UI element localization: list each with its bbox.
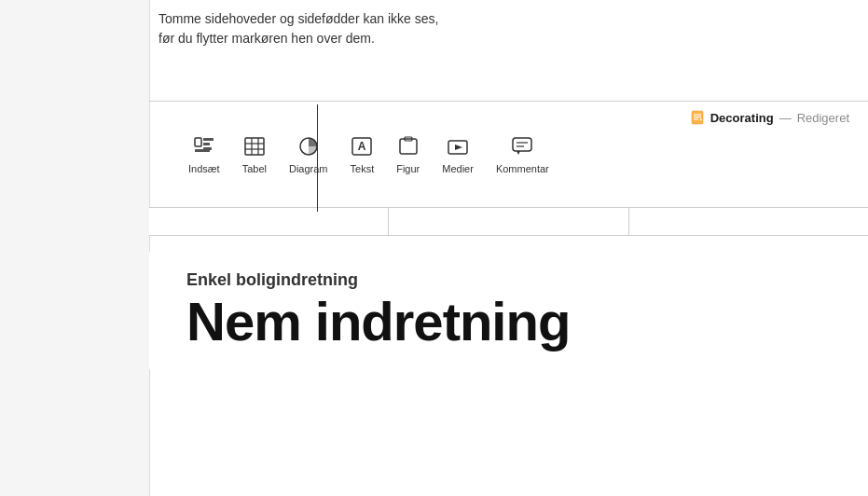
svg-marker-20 (455, 145, 462, 150)
svg-rect-21 (513, 138, 531, 151)
kommentar-icon (511, 136, 533, 160)
toolbar-item-medier[interactable]: Medier (431, 132, 485, 178)
toolbar: Indsæt Tabel D (177, 132, 560, 178)
cursor-line (317, 104, 318, 212)
medier-icon (447, 136, 469, 160)
kommentar-label: Kommentar (496, 163, 549, 174)
toolbar-item-figur[interactable]: Figur (385, 132, 431, 178)
figur-label: Figur (396, 163, 420, 174)
svg-rect-9 (245, 138, 264, 155)
document-status: Redigeret (797, 111, 849, 125)
document-area (149, 0, 868, 496)
table-cell-1 (149, 208, 389, 235)
page-container: Tomme sidehoveder og sidefødder kan ikke… (0, 0, 868, 496)
svg-rect-6 (203, 143, 210, 145)
document-title: Decorating (710, 111, 774, 125)
content-area: Enkel boligindretning Nem indretning (149, 252, 868, 369)
document-title-bar: Decorating — Redigeret (690, 110, 849, 125)
indsaet-label: Indsæt (188, 163, 220, 174)
toolbar-item-diagram[interactable]: Diagram (278, 132, 339, 178)
svg-rect-8 (195, 149, 210, 152)
svg-rect-4 (195, 138, 201, 146)
tabel-label: Tabel (242, 163, 267, 174)
subtitle: Enkel boligindretning (186, 270, 831, 290)
medier-label: Medier (442, 163, 474, 174)
table-row-area (149, 208, 868, 236)
svg-rect-5 (203, 138, 214, 141)
toolbar-item-indsaet[interactable]: Indsæt (177, 132, 231, 178)
document-separator: — (779, 111, 792, 125)
indsaet-icon (193, 136, 215, 160)
toolbar-item-tekst[interactable]: A Tekst (339, 132, 386, 178)
main-title: Nem indretning (186, 294, 831, 351)
tooltip-text: Tomme sidehoveder og sidefødder kan ikke… (158, 11, 438, 46)
toolbar-item-kommentar[interactable]: Kommentar (485, 132, 560, 178)
tooltip-area: Tomme sidehoveder og sidefødder kan ikke… (158, 9, 457, 48)
header-separator (149, 101, 868, 102)
tekst-label: Tekst (351, 163, 375, 174)
toolbar-item-tabel[interactable]: Tabel (231, 132, 278, 178)
document-icon (690, 110, 705, 125)
diagram-label: Diagram (289, 163, 328, 174)
table-cell-2 (389, 208, 628, 235)
figur-icon (397, 136, 420, 160)
svg-text:A: A (358, 140, 366, 153)
tekst-icon: A (351, 136, 373, 160)
tabel-icon (243, 136, 266, 160)
left-margin (0, 0, 149, 496)
svg-marker-24 (517, 151, 520, 155)
table-cell-3 (629, 208, 868, 235)
